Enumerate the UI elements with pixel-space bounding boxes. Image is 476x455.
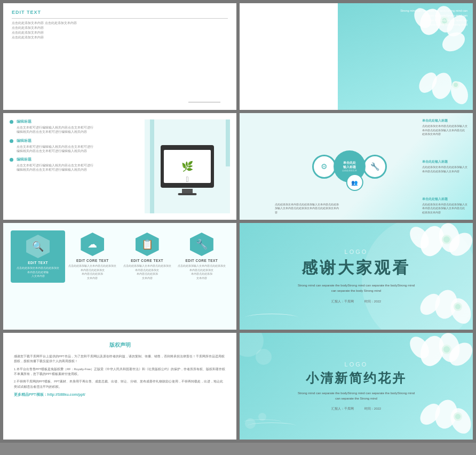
slide-7: 版权声明 感谢您下载千库网平台上提供的PPT作品，为了您和千库网以及原创作者的利… bbox=[3, 333, 236, 440]
slide8-subtitle: Strong mind can separate the bodyStrong … bbox=[298, 391, 415, 401]
slide8-author: 汇报人：千库网 bbox=[331, 406, 354, 411]
slide4-label-mr: 单击此处输入标题 bbox=[422, 159, 467, 164]
slide4-circle-tl: ⚙ bbox=[312, 155, 336, 179]
flower-center-2 bbox=[452, 81, 459, 89]
slide3-left: 编辑标题 点击文本框可进行编辑输入相关内容点击文本框可进行编辑相关内容点击文本框… bbox=[10, 119, 139, 213]
slide3-text-1: 点击文本框可进行编辑输入相关内容点击文本框可进行编辑相关内容点击文本框可进行编辑… bbox=[17, 125, 93, 134]
slide8-meta: 汇报人：千库网 时间：2022 bbox=[331, 406, 381, 411]
slide3-section3-content: 编辑标题 点击文本框可进行编辑输入相关内容点击文本框可进行编辑相关内容点击文本框… bbox=[17, 157, 93, 172]
slide8-main-title: 小清新简约花卉 bbox=[306, 370, 407, 387]
slide6-logo: LOGO bbox=[345, 249, 368, 255]
slide3-title-3: 编辑标题 bbox=[17, 157, 93, 162]
slide6-author: 汇报人：千库网 bbox=[331, 299, 354, 304]
slide5-item-4: 🔧 EDIT CORE TEXT 点击此处添加输入文本内容点此处添加文本内容点此… bbox=[174, 230, 229, 282]
slide1-title: EDIT TEXT bbox=[12, 10, 228, 15]
slide8-deco-2 bbox=[256, 349, 272, 365]
slide-8: LOGO 小清新简约花卉 Strong mind can separate th… bbox=[240, 333, 473, 440]
slide3-section1-content: 编辑标题 点击文本框可进行编辑输入相关内容点击文本框可进行编辑相关内容点击文本框… bbox=[17, 119, 93, 134]
slide6-subtitle: Strong mind can separate the bodyStrong … bbox=[298, 283, 415, 293]
slide6-main-title: 感谢大家观看 bbox=[302, 257, 410, 279]
slide3-dot-1 bbox=[10, 120, 13, 124]
slide5-hex-1: 🔍 bbox=[26, 235, 50, 258]
slide5-item-1: 🔍 EDIT TEXT 点击此处添加文本内容点此处添加文本内容点此处请输入文本内… bbox=[11, 230, 65, 283]
slide-2: Strong mind can separate the bodyStrong … bbox=[240, 3, 473, 110]
s8-center-1 bbox=[442, 345, 451, 354]
slide3-bar-1 bbox=[150, 119, 154, 213]
slide7-para-3: 2.不得将千库网的PPT模板、PPT素材、本身用于再出售、成套总裁、出借、转让、… bbox=[14, 379, 226, 389]
slide5-title-1: EDIT TEXT bbox=[28, 261, 48, 265]
slide3-foot bbox=[182, 189, 193, 193]
slide5-icon-row: 🔍 EDIT TEXT 点击此处添加文本内容点此处添加文本内容点此处请输入文本内… bbox=[11, 230, 229, 322]
slide8-content: LOGO 小清新简约花卉 Strong mind can separate th… bbox=[298, 361, 415, 411]
slide3-section-1: 编辑标题 点击文本框可进行编辑输入相关内容点击文本框可进行编辑相关内容点击文本框… bbox=[10, 119, 139, 134]
slide3-text-3: 点击文本框可进行编辑输入相关内容点击文本框可进行编辑相关内容点击文本框可进行编辑… bbox=[17, 163, 93, 172]
slide3-monitor: 🌿  bbox=[161, 145, 214, 188]
slide3-bar-2 bbox=[226, 119, 230, 166]
slide5-title-2: EDIT CORE TEXT bbox=[76, 259, 109, 262]
slide4-circles-row2: 👥 bbox=[346, 174, 363, 191]
slide8-logo: LOGO bbox=[345, 361, 368, 368]
slide5-hex-4: 🔧 bbox=[190, 233, 213, 256]
slide3-apple:  bbox=[186, 175, 188, 183]
slide3-section-2: 编辑标题 点击文本框可进行编辑输入相关内容点击文本框可进行编辑相关内容点击文本框… bbox=[10, 139, 139, 154]
slide3-section2-content: 编辑标题 点击文本框可进行编辑输入相关内容点击文本框可进行编辑相关内容点击文本框… bbox=[17, 139, 93, 154]
slide5-item-2: ☁ EDIT CORE TEXT 点击此处添加输入文本内容点此处添加文本内容点此… bbox=[65, 230, 120, 282]
s6-center-2 bbox=[454, 302, 462, 311]
slide-3: 编辑标题 点击文本框可进行编辑输入相关内容点击文本框可进行编辑相关内容点击文本框… bbox=[3, 113, 236, 220]
slide-grid: EDIT TEXT 点击此处添加文本内容 点击此处添加文本内容 点击此处添加文本… bbox=[0, 0, 476, 443]
slide4-label-tr: 单击此处输入标题 bbox=[422, 118, 467, 123]
slide3-right: 🌿  bbox=[145, 119, 230, 213]
slide2-white-area bbox=[240, 3, 345, 110]
slide1-underline bbox=[188, 102, 220, 102]
slide5-text-2: 点击此处添加输入文本内容点此处添加文本内容点此处添加文本内容点此处添加文本内容 bbox=[68, 264, 116, 280]
slide7-title: 版权声明 bbox=[14, 341, 226, 349]
slide4-middle-right: 单击此处输入标题 点此处添加文本内容点此处添加输入文本内容点此处添加输入文本内容 bbox=[422, 159, 467, 173]
slide1-line1: 点击此处添加文本内容 点击此处添加文本内容 点击此处添加文本内容 点击此处添加文… bbox=[12, 21, 228, 40]
slide3-dot-3 bbox=[10, 158, 13, 162]
slide3-plant: 🌿 bbox=[181, 161, 193, 172]
petal-5 bbox=[439, 28, 469, 55]
slide5-hex-2: ☁ bbox=[81, 233, 104, 256]
slide7-link: 更多精品PPT模板：http://S88ku.com/ppt/ bbox=[14, 392, 226, 397]
slide-6: LOGO 感谢大家观看 Strong mind can separate the… bbox=[240, 223, 473, 330]
slide5-text-4: 点击此处添加输入文本内容点此处添加文本内容点此处添加文本内容点此处添加文本内容 bbox=[178, 264, 226, 280]
slide5-text-1: 点击此处添加文本内容点此处添加文本内容点此处请输入文本内容 bbox=[17, 266, 59, 278]
slide-4: 单击此处输入标题 点此处添加文本内容点此处添加输入文本内容点此处添加输入文本内容… bbox=[240, 113, 473, 220]
slide5-hex-3: 📋 bbox=[136, 233, 159, 256]
slide4-label-br: 单击此处输入标题 bbox=[422, 197, 467, 202]
slide-5: 🔍 EDIT TEXT 点击此处添加文本内容点此处添加文本内容点此处请输入文本内… bbox=[3, 223, 236, 330]
slide3-section-3: 编辑标题 点击文本框可进行编辑输入相关内容点击文本框可进行编辑相关内容点击文本框… bbox=[10, 157, 139, 172]
slide-1: EDIT TEXT 点击此处添加文本内容 点击此处添加文本内容 点击此处添加文本… bbox=[3, 3, 236, 110]
slide5-item-3: 📋 EDIT CORE TEXT 点击此处添加输入文本内容点此处添加文本内容点此… bbox=[120, 230, 174, 282]
slide5-title-3: EDIT CORE TEXT bbox=[131, 259, 163, 262]
slide7-para-2: 1.本平台出售售PPT模板是免版权费（RF：Royalty-Free）正版受《中… bbox=[14, 367, 226, 377]
slide4-bottom-right: 单击此处输入标题 点此处添加文本内容点此处添加输入文本内容点此处添加输入文本内容… bbox=[422, 197, 467, 215]
slide6-wave2 bbox=[250, 314, 293, 319]
slide8-wave2 bbox=[244, 419, 281, 425]
slide3-text-2: 点击文本框可进行编辑输入相关内容点击文本框可进行编辑相关内容点击文本框可进行编辑… bbox=[17, 145, 93, 154]
slide6-time: 时间：2022 bbox=[364, 299, 381, 304]
slide3-title-1: 编辑标题 bbox=[17, 119, 93, 124]
s8-center-2 bbox=[454, 412, 462, 421]
slide4-circle-tr: 🔧 bbox=[363, 155, 387, 179]
slide6-meta: 汇报人：千库网 时间：2022 bbox=[331, 299, 381, 304]
slide4-bottom-center: 点此处添加文本内容点此处添加输入文本内容点此处添加输入文本内容点此处添加文本内容… bbox=[275, 203, 339, 215]
slide1-divider bbox=[12, 18, 228, 19]
slide5-text-3: 点击此处添加输入文本内容点此处添加文本内容点此处添加文本内容点此处添加文本内容 bbox=[123, 264, 171, 280]
slide4-sm-circle-1: 👥 bbox=[346, 174, 363, 191]
slide5-title-4: EDIT CORE TEXT bbox=[185, 259, 218, 262]
slide3-base bbox=[178, 193, 197, 195]
slide4-top-right: 单击此处输入标题 点此处添加文本内容点此处添加输入文本内容点此处添加输入文本内容… bbox=[422, 118, 467, 137]
s6-center-1 bbox=[442, 235, 451, 244]
slide8-time: 时间：2022 bbox=[364, 406, 381, 411]
slide6-content: LOGO 感谢大家观看 Strong mind can separate the… bbox=[298, 249, 415, 304]
slide3-title-2: 编辑标题 bbox=[17, 139, 93, 143]
slide7-para-1: 感谢您下载千库网平台上提供的PPT作品，为了您和千库网以及原创作者的利益，请勿复… bbox=[14, 354, 226, 364]
slide3-dot-2 bbox=[10, 139, 13, 143]
slide2-text: Strong mind can separate the bodyStrong … bbox=[400, 9, 467, 27]
